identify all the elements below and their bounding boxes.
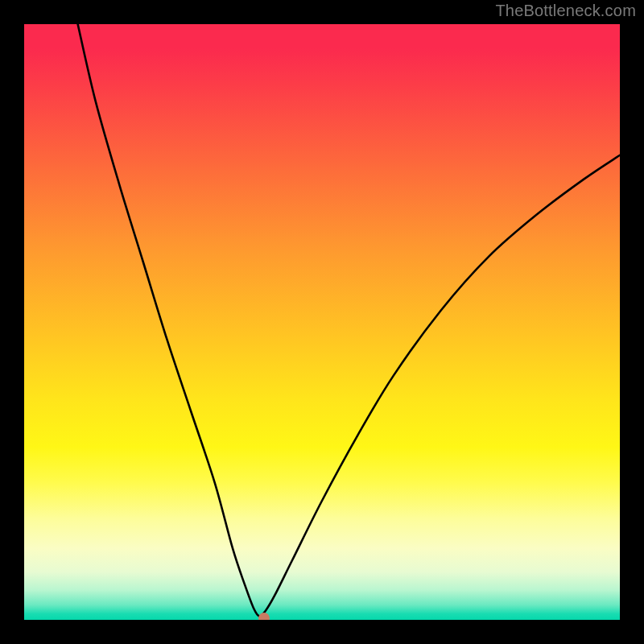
min-marker-dot — [258, 613, 270, 620]
bottleneck-curve-path — [78, 24, 620, 617]
plot-area — [24, 24, 620, 620]
curve-svg — [24, 24, 620, 620]
attribution-text: TheBottleneck.com — [495, 2, 636, 20]
chart-frame: TheBottleneck.com — [0, 0, 644, 644]
